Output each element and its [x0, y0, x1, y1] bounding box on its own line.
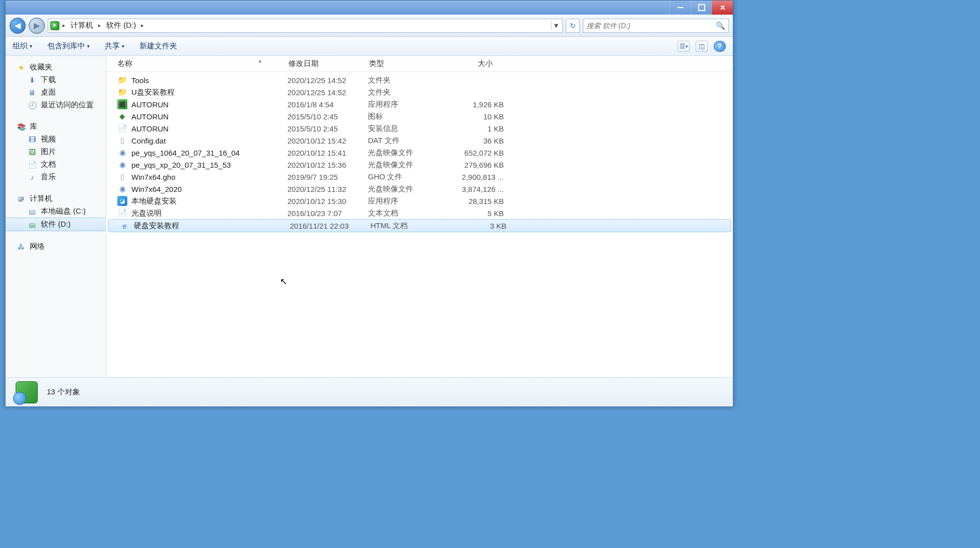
video-icon: 🎞 — [28, 135, 37, 144]
file-size: 10 KB — [448, 112, 504, 121]
file-dat-icon: ▯ — [117, 135, 127, 146]
navigation-pane: ★收藏夹 ⬇下载 🖥桌面 🕘最近访问的位置 📚库 🎞视频 🖼图片 📄文档 ♪音乐… — [6, 56, 106, 377]
body: ★收藏夹 ⬇下载 🖥桌面 🕘最近访问的位置 📚库 🎞视频 🖼图片 📄文档 ♪音乐… — [6, 56, 733, 377]
file-type: 图标 — [368, 112, 448, 121]
file-date: 2016/11/21 22:03 — [290, 222, 370, 230]
include-library-button[interactable]: 包含到库中▾ — [47, 41, 90, 51]
file-date: 2020/10/12 15:36 — [287, 161, 368, 169]
column-type[interactable]: 类型 — [363, 59, 443, 68]
file-date: 2020/12/25 11:32 — [287, 185, 368, 193]
file-html-icon: e — [120, 221, 130, 231]
navbar: ◀ ▶ ▸ 计算机 ▸ 软件 (D:) ▸ ▾ ↻ 🔍 — [6, 15, 733, 37]
file-name: Config.dat — [131, 136, 287, 145]
organize-button[interactable]: 组织▾ — [13, 41, 32, 51]
network-group[interactable]: 🖧网络 — [6, 240, 106, 253]
table-row[interactable]: ◉Win7x64_20202020/12/25 11:32光盘映像文件3,874… — [106, 183, 733, 195]
status-text: 13 个对象 — [47, 387, 80, 397]
file-list-area: 名称▲ 修改日期 类型 大小 📁Tools2020/12/25 14:52文件夹… — [106, 56, 733, 377]
chevron-icon[interactable]: ▸ — [140, 22, 145, 29]
search-input[interactable] — [586, 22, 716, 30]
breadcrumb-computer[interactable]: 计算机 — [68, 21, 95, 30]
nav-pictures[interactable]: 🖼图片 — [6, 146, 106, 158]
column-name[interactable]: 名称▲ — [106, 59, 282, 68]
refresh-button[interactable]: ↻ — [566, 19, 580, 33]
back-button[interactable]: ◀ — [10, 18, 26, 34]
share-button[interactable]: 共享▾ — [105, 41, 124, 51]
nav-downloads[interactable]: ⬇下载 — [6, 74, 106, 86]
table-row[interactable]: ▯Win7x64.gho2019/9/7 19:25GHO 文件2,900,81… — [106, 171, 733, 183]
file-date: 2020/10/12 15:30 — [287, 197, 368, 206]
table-row[interactable]: 📁Tools2020/12/25 14:52文件夹 — [106, 74, 733, 86]
table-row[interactable]: ◉pe_yqs_1064_20_07_31_16_042020/10/12 15… — [106, 147, 733, 159]
file-date: 2020/10/12 15:41 — [287, 149, 368, 157]
column-size[interactable]: 大小 — [443, 59, 499, 68]
address-dropdown[interactable]: ▾ — [551, 21, 560, 30]
nav-videos[interactable]: 🎞视频 — [6, 133, 106, 146]
file-name: Win7x64.gho — [131, 173, 287, 181]
computer-group[interactable]: 🖳计算机 — [6, 192, 106, 205]
nav-drive-d[interactable]: 🖴软件 (D:) — [6, 218, 106, 231]
nav-desktop[interactable]: 🖥桌面 — [6, 86, 106, 99]
table-row[interactable]: ⬛AUTORUN2016/1/8 4:54应用程序1,926 KB — [106, 98, 733, 110]
table-row[interactable]: ▯Config.dat2020/10/12 15:42DAT 文件36 KB — [106, 134, 733, 147]
file-size: 28,315 KB — [448, 197, 504, 206]
search-box[interactable]: 🔍 — [583, 19, 729, 33]
music-icon: ♪ — [28, 173, 37, 182]
column-headers: 名称▲ 修改日期 类型 大小 — [106, 56, 733, 72]
table-row[interactable]: e硬盘安装教程2016/11/21 22:03HTML 文档3 KB — [108, 219, 731, 232]
recent-icon: 🕘 — [28, 101, 37, 110]
star-icon: ★ — [17, 63, 26, 72]
maximize-button[interactable] — [691, 1, 712, 15]
file-name: Tools — [131, 76, 287, 85]
table-row[interactable]: 📁U盘安装教程2020/12/25 14:52文件夹 — [106, 86, 733, 98]
file-date: 2020/12/25 14:52 — [287, 88, 368, 97]
file-size: 1 KB — [448, 124, 504, 133]
breadcrumb-drive[interactable]: 软件 (D:) — [104, 21, 138, 30]
file-list: 📁Tools2020/12/25 14:52文件夹📁U盘安装教程2020/12/… — [106, 72, 733, 377]
libraries-group[interactable]: 📚库 — [6, 120, 106, 133]
nav-recent[interactable]: 🕘最近访问的位置 — [6, 99, 106, 111]
file-date: 2016/10/23 7:07 — [287, 209, 368, 218]
favorites-group[interactable]: ★收藏夹 — [6, 61, 106, 74]
search-icon[interactable]: 🔍 — [716, 21, 725, 30]
table-row[interactable]: ◪本地硬盘安装2020/10/12 15:30应用程序28,315 KB — [106, 195, 733, 207]
help-button[interactable]: ? — [714, 41, 726, 52]
drive-icon — [50, 21, 59, 30]
file-type: 光盘映像文件 — [368, 160, 448, 170]
file-gho-icon: ▯ — [117, 172, 127, 182]
file-type: 应用程序 — [368, 196, 448, 206]
column-date[interactable]: 修改日期 — [282, 59, 363, 68]
file-type: GHO 文件 — [368, 172, 448, 182]
toolbar: 组织▾ 包含到库中▾ 共享▾ 新建文件夹 ☰ ▾ ◫ ? — [6, 37, 733, 56]
view-mode-button[interactable]: ☰ ▾ — [677, 41, 690, 52]
nav-documents[interactable]: 📄文档 — [6, 158, 106, 171]
file-date: 2016/1/8 4:54 — [287, 100, 368, 109]
file-size: 3,874,126 ... — [448, 185, 504, 193]
new-folder-button[interactable]: 新建文件夹 — [139, 41, 177, 51]
table-row[interactable]: 📄光盘说明2016/10/23 7:07文本文档5 KB — [106, 207, 733, 219]
file-date: 2019/9/7 19:25 — [287, 173, 368, 181]
file-size: 279,696 KB — [448, 161, 504, 169]
preview-pane-button[interactable]: ◫ — [696, 41, 708, 52]
file-type: 文本文档 — [368, 209, 448, 218]
file-name: 光盘说明 — [131, 209, 287, 218]
file-size: 652,072 KB — [448, 149, 504, 157]
nav-music[interactable]: ♪音乐 — [6, 171, 106, 183]
status-drive-icon — [16, 381, 38, 403]
table-row[interactable]: ◆AUTORUN2015/5/10 2:45图标10 KB — [106, 110, 733, 122]
address-bar[interactable]: ▸ 计算机 ▸ 软件 (D:) ▸ ▾ — [48, 19, 563, 33]
titlebar — [6, 1, 733, 15]
table-row[interactable]: ◉pe_yqs_xp_20_07_31_15_532020/10/12 15:3… — [106, 159, 733, 171]
chevron-icon[interactable]: ▸ — [61, 22, 66, 29]
forward-button[interactable]: ▶ — [29, 18, 45, 34]
minimize-button[interactable] — [669, 1, 691, 15]
file-name: pe_yqs_1064_20_07_31_16_04 — [131, 149, 287, 157]
file-name: pe_yqs_xp_20_07_31_15_53 — [131, 161, 287, 169]
close-button[interactable] — [712, 1, 733, 15]
file-folder-icon: 📁 — [117, 87, 127, 97]
file-type: 安装信息 — [368, 124, 448, 133]
drive-icon: 🖴 — [28, 220, 37, 229]
chevron-icon[interactable]: ▸ — [97, 22, 102, 29]
table-row[interactable]: 📄AUTORUN2015/5/10 2:45安装信息1 KB — [106, 122, 733, 134]
nav-drive-c[interactable]: 🖴本地磁盘 (C:) — [6, 205, 106, 218]
